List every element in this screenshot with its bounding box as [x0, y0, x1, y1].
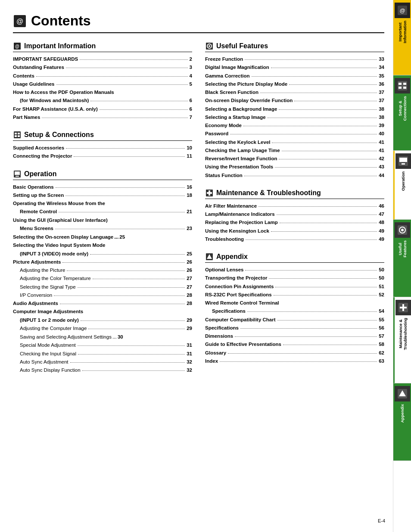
toc-entry: How to Access the PDF Operation Manuals [13, 89, 192, 96]
toc-entry: Computer Compatibility Chart 55 [205, 316, 384, 324]
sidebar-tab-important[interactable]: @ ImportantInformation [393, 0, 411, 75]
section-useful: Useful Features Freeze Function 33 Digit… [205, 42, 384, 179]
sidebar-label-important: ImportantInformation [397, 20, 408, 44]
toc-entry: Outstanding Features 3 [13, 64, 192, 71]
sidebar-tab-setup[interactable]: Setup &Connections [393, 75, 411, 151]
section-title-maintenance: Maintenance & Troubleshooting [216, 189, 321, 197]
svg-rect-7 [15, 135, 17, 137]
toc-entry: RS-232C Port Specifications 52 [205, 291, 384, 299]
toc-entry: Specifications 56 [205, 324, 384, 332]
maintenance-icon [205, 189, 214, 197]
toc-entry: Picture Adjustments 26 [13, 258, 192, 266]
section-title-useful: Useful Features [216, 42, 268, 50]
col-right: Useful Features Freeze Function 33 Digit… [205, 42, 384, 383]
svg-text:@: @ [15, 44, 19, 49]
toc-list-appendix: Optional Lenses 50 Transporting the Proj… [205, 266, 384, 365]
toc-entry: Gamma Correction 35 [205, 72, 384, 80]
svg-rect-24 [403, 83, 406, 85]
appendix-icon [205, 252, 214, 261]
toc-entry: Air Filter Maintenance 46 [205, 202, 384, 210]
svg-rect-23 [399, 83, 402, 85]
toc-entry: Connecting the Projector 11 [13, 152, 192, 160]
toc-list-setup: Supplied Accessories 10 Connecting the P… [13, 144, 192, 160]
svg-rect-29 [402, 163, 405, 165]
sidebar-icon-useful [395, 222, 410, 238]
section-important-info: @ Important Information IMPORTANT SAFEGU… [13, 42, 192, 121]
toc-entry: Password 40 [205, 130, 384, 137]
toc-entry: Selecting the Signal Type 27 [13, 283, 192, 291]
toc-entry: Setting up the Screen 18 [13, 192, 192, 199]
toc-list-maintenance: Air Filter Maintenance 46 Lamp/Maintenan… [205, 202, 384, 243]
svg-rect-4 [14, 131, 21, 138]
section-header-operation: Operation [13, 170, 192, 180]
sidebar-tab-useful[interactable]: UsefulFeatures [393, 220, 411, 297]
toc-entry: Using the Kensington Lock 49 [205, 227, 384, 235]
toc-entry: Auto Sync Display Function 32 [13, 367, 192, 374]
toc-entry: Black Screen Function 37 [205, 89, 384, 96]
sidebar-tab-appendix[interactable]: Appendix [393, 383, 411, 461]
toc-entry: Audio Adjustments 28 [13, 300, 192, 307]
toc-entry: Digital Image Magnification 34 [205, 64, 384, 71]
useful-icon [205, 42, 214, 50]
toc-entry: Checking the Input Signal 31 [13, 350, 192, 358]
sidebar-label-setup: Setup &Connections [397, 95, 408, 122]
svg-point-32 [401, 229, 404, 231]
toc-entry: I/P Conversion 28 [13, 292, 192, 299]
section-title-important: Important Information [24, 42, 96, 50]
toc-entry: Checking the Lamp Usage Time 41 [205, 147, 384, 154]
toc-entry: Basic Operations 16 [13, 184, 192, 191]
page-footer: E-4 [378, 518, 385, 523]
toc-entry: Selecting the On-screen Display Language… [13, 233, 192, 241]
section-title-appendix: Appendix [216, 253, 248, 261]
toc-entry: Adjusting the Picture 26 [13, 267, 192, 274]
contents-icon: @ [13, 14, 27, 28]
toc-entry: Selecting the Keylock Level 41 [205, 139, 384, 146]
section-setup: Setup & Connections Supplied Accessories… [13, 131, 192, 160]
toc-entry: Guide to Effective Presentations 58 [205, 341, 384, 348]
toc-entry: Usage Guidelines 5 [13, 81, 192, 88]
toc-entry: Glossary 62 [205, 349, 384, 357]
sidebar-tab-maintenance[interactable]: Maintenance &Troubleshooting [393, 297, 411, 383]
toc-entry: Adjusting the Computer Image 29 [13, 325, 192, 332]
operation-icon [13, 170, 22, 178]
sidebar-label-appendix: Appendix [399, 403, 405, 423]
section-header-appendix: Appendix [205, 252, 384, 263]
toc-entry: (INPUT 3 (VIDEO) mode only) 25 [13, 250, 192, 258]
svg-rect-35 [402, 304, 404, 311]
toc-entry: For SHARP Assistance (U.S.A. only) 6 [13, 106, 192, 113]
toc-entry: Transporting the Projector 50 [205, 274, 384, 282]
sidebar-tab-operation[interactable]: Operation [393, 151, 411, 220]
svg-text:@: @ [400, 7, 405, 14]
sidebar-icon-appendix [395, 386, 410, 401]
toc-entry: Selecting the Video Input System Mode [13, 242, 192, 249]
toc-entry: Status Function 44 [205, 172, 384, 179]
sidebar-icon-important: @ [395, 3, 410, 18]
svg-rect-22 [398, 81, 407, 90]
section-operation: Operation Basic Operations 16 Setting up… [13, 170, 192, 374]
toc-entry: Operating the Wireless Mouse from the [13, 200, 192, 207]
section-maintenance: Maintenance & Troubleshooting Air Filter… [205, 189, 384, 243]
toc-entry: Auto Sync Adjustment 32 [13, 358, 192, 366]
toc-entry: Optional Lenses 50 [205, 266, 384, 274]
section-header-maintenance: Maintenance & Troubleshooting [205, 189, 384, 199]
toc-entry: Using the Presentation Tools 43 [205, 163, 384, 171]
sidebar-label-maintenance: Maintenance &Troubleshooting [397, 317, 409, 351]
toc-entry: IMPORTANT SAFEGUARDS 2 [13, 56, 192, 63]
section-title-setup: Setup & Connections [24, 131, 94, 139]
svg-text:@: @ [16, 18, 23, 25]
section-header-useful: Useful Features [205, 42, 384, 52]
page-title: Contents [31, 13, 91, 29]
section-appendix: Appendix Optional Lenses 50 Transporting… [205, 252, 384, 365]
toc-entry: (for Windows and Macintosh) 6 [13, 97, 192, 104]
toc-entry: Economy Mode 39 [205, 122, 384, 129]
toc-entry: Supplied Accessories 10 [13, 144, 192, 152]
svg-rect-6 [18, 133, 20, 134]
section-header-setup: Setup & Connections [13, 131, 192, 141]
col-left: @ Important Information IMPORTANT SAFEGU… [13, 42, 192, 383]
important-info-icon: @ [13, 42, 22, 50]
toc-entry: On-screen Display Override Function 37 [205, 97, 384, 104]
main-content: @ Contents @ Important [0, 0, 393, 532]
toc-list-operation: Basic Operations 16 Setting up the Scree… [13, 184, 192, 374]
toc-list-useful: Freeze Function 33 Digital Image Magnifi… [205, 56, 384, 179]
toc-entry: Computer Image Adjustments [13, 308, 192, 315]
